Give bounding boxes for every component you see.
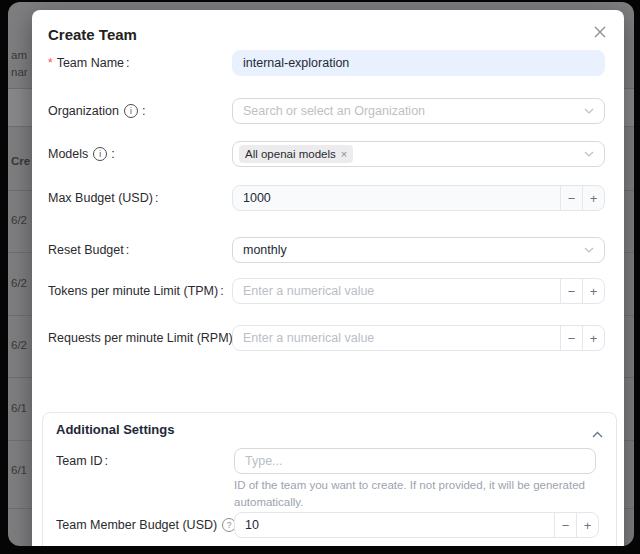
member-budget-label: Team Member Budget (USD) ? :: [56, 512, 244, 538]
bg-text-fragment: 6/2: [11, 277, 27, 289]
modal-title: Create Team: [48, 26, 137, 43]
decrement-button[interactable]: −: [560, 186, 582, 210]
team-name-label: * Team Name :: [48, 50, 130, 76]
decrement-button[interactable]: −: [560, 279, 582, 303]
bg-text-fragment: nar: [11, 66, 28, 78]
bg-text-fragment: 6/1: [11, 402, 27, 414]
max-budget-input[interactable]: 1000: [233, 186, 560, 210]
reset-budget-label: Reset Budget :: [48, 237, 129, 263]
reset-budget-value: monthly: [243, 243, 584, 257]
team-name-input[interactable]: [232, 50, 605, 76]
screen: am nar Cre 6/2 6/2 6/2 6/1 6/1 Create Te…: [0, 0, 640, 554]
info-icon[interactable]: i: [124, 104, 138, 118]
bg-text-fragment: am: [11, 49, 27, 61]
tpm-stepper: Enter a numerical value − +: [232, 278, 605, 304]
chevron-up-icon: [592, 431, 603, 438]
model-tag: All openai models ×: [239, 145, 353, 163]
increment-button[interactable]: +: [582, 326, 604, 350]
team-name-field-wrap: [232, 50, 605, 76]
rpm-input[interactable]: Enter a numerical value: [233, 326, 560, 350]
bg-text-fragment: 6/2: [11, 339, 27, 351]
tpm-input[interactable]: Enter a numerical value: [233, 279, 560, 303]
chevron-down-icon: [584, 247, 594, 253]
collapse-toggle[interactable]: [592, 424, 603, 442]
additional-settings-panel: Additional Settings Team ID : ID of the …: [42, 412, 617, 546]
team-id-field-wrap: [234, 448, 596, 474]
member-budget-stepper: 10 − +: [234, 512, 599, 538]
organization-select[interactable]: Search or select an Organization: [232, 98, 605, 124]
organization-label: Organization i :: [48, 98, 145, 124]
info-icon[interactable]: i: [93, 147, 107, 161]
required-asterisk: *: [48, 50, 53, 76]
increment-button[interactable]: +: [582, 279, 604, 303]
tpm-label: Tokens per minute Limit (TPM) :: [48, 278, 224, 304]
team-id-input[interactable]: [234, 448, 596, 474]
max-budget-label: Max Budget (USD) :: [48, 185, 158, 211]
models-multiselect[interactable]: All openai models ×: [232, 141, 605, 167]
rpm-label: Requests per minute Limit (RPM) :: [48, 325, 238, 351]
increment-button[interactable]: +: [582, 186, 604, 210]
create-team-modal: Create Team * Team Name : Organization i…: [32, 10, 624, 546]
bg-text-fragment: 6/2: [11, 214, 27, 226]
increment-button[interactable]: +: [576, 513, 598, 537]
tag-remove-icon[interactable]: ×: [341, 148, 347, 160]
dimmed-background-window: am nar Cre 6/2 6/2 6/2 6/1 6/1 Create Te…: [8, 2, 634, 546]
bg-text-fragment: Cre: [11, 155, 30, 167]
decrement-button[interactable]: −: [554, 513, 576, 537]
decrement-button[interactable]: −: [560, 326, 582, 350]
close-icon: [594, 26, 606, 38]
models-label: Models i :: [48, 141, 115, 167]
member-budget-input[interactable]: 10: [235, 513, 554, 537]
reset-budget-select[interactable]: monthly: [232, 237, 605, 263]
organization-placeholder: Search or select an Organization: [243, 104, 584, 118]
chevron-down-icon: [584, 108, 594, 114]
close-button[interactable]: [589, 21, 611, 43]
bg-text-fragment: 6/1: [11, 464, 27, 476]
rpm-stepper: Enter a numerical value − +: [232, 325, 605, 351]
max-budget-stepper: 1000 − +: [232, 185, 605, 211]
team-id-label: Team ID :: [56, 448, 108, 474]
additional-settings-title: Additional Settings: [56, 422, 174, 437]
team-id-help-text: ID of the team you want to create. If no…: [234, 477, 607, 510]
chevron-down-icon: [584, 151, 594, 157]
